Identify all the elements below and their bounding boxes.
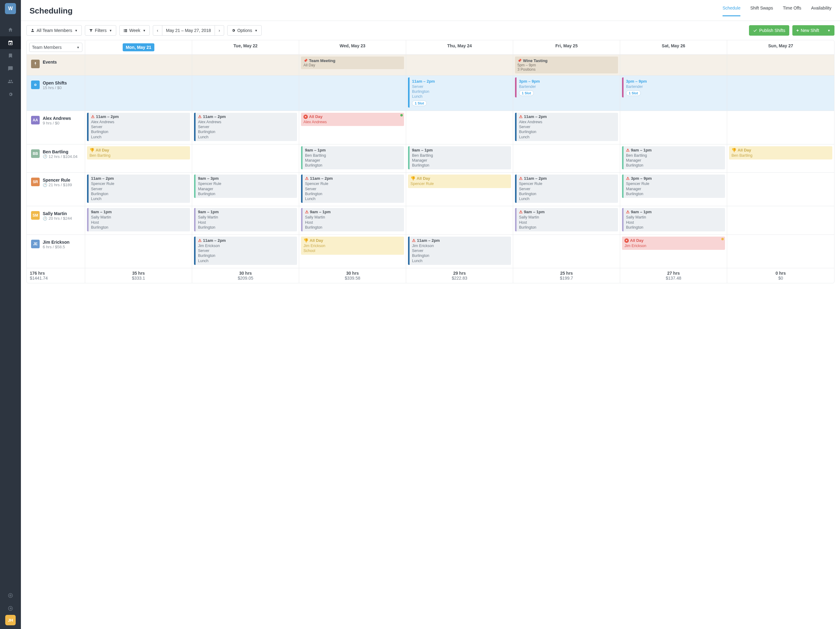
shift-card[interactable]: ⚠ 9am – 1pm Ben BartlingManagerBurlingto…: [622, 146, 725, 170]
user-avatar[interactable]: JH: [5, 615, 16, 625]
shift-card[interactable]: ⚠ 3pm – 9pm Spencer RuleManagerBurlingto…: [622, 175, 725, 198]
shift-cell[interactable]: 👎 All Day Ben Bartling: [85, 144, 192, 173]
shift-cell[interactable]: 👎 All Day Jim EricksonSchool: [299, 235, 406, 268]
shift-card[interactable]: ⚠ 11am – 2pm Alex AndrewsServerBurlingto…: [515, 113, 618, 141]
shift-card[interactable]: 11am – 2pm Spencer RuleServerBurlingtonL…: [87, 175, 190, 203]
open-cell-tue[interactable]: [192, 76, 299, 110]
shift-cell[interactable]: ⚠ 11am – 2pm Alex AndrewsServerBurlingto…: [85, 111, 192, 144]
shift-cell[interactable]: 👎 All Day Spencer Rule: [406, 173, 513, 206]
date-range-button[interactable]: May 21 – May 27, 2018: [162, 25, 215, 36]
options-button[interactable]: Options ▼: [227, 25, 262, 36]
event-card[interactable]: 📌Wine Tasting 5pm – 9pm 3 Positions: [515, 57, 618, 73]
open-cell-sat[interactable]: 3pm – 9pm Bartender 1 Slot: [620, 76, 727, 110]
shift-cell[interactable]: ⚠ 9am – 1pm Ben BartlingManagerBurlingto…: [620, 144, 727, 173]
member-label[interactable]: SR Spencer Rule 🕐 21 hrs / $189: [28, 175, 83, 190]
nav-settings-icon[interactable]: [0, 88, 21, 101]
shift-cell[interactable]: ⚠ 9am – 1pm Sally MartinHostBurlington: [513, 206, 620, 235]
shift-card[interactable]: ⚠ 11am – 2pm Spencer RuleServerBurlingto…: [301, 175, 404, 203]
shift-card[interactable]: 11am – 2pm Server Burlington Lunch 1 Slo…: [408, 77, 511, 107]
new-shift-menu-button[interactable]: ▼: [823, 25, 834, 36]
member-select-dropdown[interactable]: Team Members ▼: [29, 43, 82, 52]
events-cell-fri[interactable]: 📌Wine Tasting 5pm – 9pm 3 Positions: [513, 55, 620, 75]
events-cell-sat[interactable]: [620, 55, 727, 75]
open-cell-thu[interactable]: 11am – 2pm Server Burlington Lunch 1 Slo…: [406, 76, 513, 110]
shift-cell[interactable]: ⚠ 11am – 2pm Alex AndrewsServerBurlingto…: [192, 111, 299, 144]
shift-card[interactable]: ✕ All Day Jim Erickson: [622, 236, 725, 250]
day-header-wed[interactable]: Wed, May 23: [299, 40, 406, 54]
member-label[interactable]: BB Ben Bartling 🕐 12 hrs / $104.04: [28, 146, 83, 162]
shift-cell[interactable]: ⚠ 11am – 2pm Alex AndrewsServerBurlingto…: [513, 111, 620, 144]
shift-cell[interactable]: [727, 173, 834, 206]
nav-bookmark-icon[interactable]: [0, 49, 21, 62]
shift-card[interactable]: 👎 All Day Spencer Rule: [408, 175, 511, 188]
new-shift-button[interactable]: + New Shift: [793, 25, 823, 36]
shift-card[interactable]: 9am – 1pm Sally MartinHostBurlington: [194, 208, 297, 232]
day-header-sun[interactable]: Sun, May 27: [727, 40, 834, 54]
event-card[interactable]: 📌Team Meeting All Day: [301, 57, 404, 69]
publish-shifts-button[interactable]: Publish Shifts: [749, 25, 789, 36]
shift-card[interactable]: 3pm – 9pm Bartender 1 Slot: [622, 77, 725, 98]
shift-cell[interactable]: 9am – 1pm Sally MartinHostBurlington: [85, 206, 192, 235]
shift-cell[interactable]: [727, 206, 834, 235]
shift-card[interactable]: ⚠ 9am – 1pm Sally MartinHostBurlington: [622, 208, 725, 232]
open-cell-fri[interactable]: 3pm – 9pm Bartender 1 Slot: [513, 76, 620, 110]
shift-cell[interactable]: ✕ All Day Jim Erickson: [620, 235, 727, 268]
open-cell-sun[interactable]: [727, 76, 834, 110]
day-header-mon[interactable]: Mon, May 21: [85, 40, 192, 54]
shift-cell[interactable]: [192, 144, 299, 173]
shift-cell[interactable]: [406, 111, 513, 144]
shift-cell[interactable]: ✕ All Day Alex Andrews: [299, 111, 406, 144]
shift-cell[interactable]: [406, 206, 513, 235]
tab-availability[interactable]: Availability: [811, 6, 831, 16]
events-cell-wed[interactable]: 📌Team Meeting All Day: [299, 55, 406, 75]
view-dropdown[interactable]: Week ▼: [119, 25, 150, 36]
shift-cell[interactable]: [620, 111, 727, 144]
day-header-tue[interactable]: Tue, May 22: [192, 40, 299, 54]
shift-card[interactable]: 9am – 1pm Ben BartlingManagerBurlington: [301, 146, 404, 170]
shift-cell[interactable]: 11am – 2pm Spencer RuleServerBurlingtonL…: [85, 173, 192, 206]
shift-card[interactable]: ⚠ 9am – 1pm Sally MartinHostBurlington: [515, 208, 618, 232]
shift-card[interactable]: 👎 All Day Ben Bartling: [87, 146, 190, 159]
filters-button[interactable]: Filters ▼: [85, 25, 116, 36]
events-cell-mon[interactable]: [85, 55, 192, 75]
nav-help-icon[interactable]: [0, 589, 21, 602]
events-cell-sun[interactable]: [727, 55, 834, 75]
tab-time-offs[interactable]: Time Offs: [783, 6, 801, 16]
shift-cell[interactable]: [85, 235, 192, 268]
shift-cell[interactable]: [513, 235, 620, 268]
shift-cell[interactable]: ⚠ 11am – 2pm Spencer RuleServerBurlingto…: [513, 173, 620, 206]
shift-cell[interactable]: 9am – 1pm Ben BartlingManagerBurlington: [406, 144, 513, 173]
app-logo[interactable]: W: [5, 3, 16, 14]
shift-cell[interactable]: 9am – 1pm Ben BartlingManagerBurlington: [299, 144, 406, 173]
day-header-sat[interactable]: Sat, May 26: [620, 40, 727, 54]
shift-card[interactable]: ⚠ 11am – 2pm Spencer RuleServerBurlingto…: [515, 175, 618, 203]
member-label[interactable]: JE Jim Erickson 6 hrs / $58.5: [28, 236, 83, 252]
shift-card[interactable]: 9am – 1pm Sally MartinHostBurlington: [87, 208, 190, 232]
shift-cell[interactable]: ⚠ 9am – 1pm Sally MartinHostBurlington: [620, 206, 727, 235]
shift-cell[interactable]: ⚠ 3pm – 9pm Spencer RuleManagerBurlingto…: [620, 173, 727, 206]
day-header-fri[interactable]: Fri, May 25: [513, 40, 620, 54]
team-filter-dropdown[interactable]: All Team Members ▼: [27, 25, 82, 36]
shift-card[interactable]: ⚠ 11am – 2pm Alex AndrewsServerBurlingto…: [87, 113, 190, 141]
shift-cell[interactable]: 👎 All Day Ben Bartling: [727, 144, 834, 173]
shift-card[interactable]: ⚠ 11am – 2pm Jim EricksonServerBurlingto…: [408, 236, 511, 265]
shift-card[interactable]: ⚠ 11am – 2pm Jim EricksonServerBurlingto…: [194, 236, 297, 265]
shift-card[interactable]: 3pm – 9pm Bartender 1 Slot: [515, 77, 618, 98]
nav-logout-icon[interactable]: [0, 602, 21, 615]
open-cell-wed[interactable]: [299, 76, 406, 110]
nav-chat-icon[interactable]: [0, 62, 21, 75]
open-cell-mon[interactable]: [85, 76, 192, 110]
nav-team-icon[interactable]: [0, 75, 21, 88]
shift-cell[interactable]: ⚠ 9am – 1pm Sally MartinHostBurlington: [299, 206, 406, 235]
shift-card[interactable]: ⚠ 9am – 1pm Sally MartinHostBurlington: [301, 208, 404, 232]
events-cell-thu[interactable]: [406, 55, 513, 75]
shift-cell[interactable]: [727, 111, 834, 144]
shift-cell[interactable]: [513, 144, 620, 173]
shift-card[interactable]: ⚠ 11am – 2pm Alex AndrewsServerBurlingto…: [194, 113, 297, 141]
events-cell-tue[interactable]: [192, 55, 299, 75]
shift-cell[interactable]: ⚠ 11am – 2pm Spencer RuleServerBurlingto…: [299, 173, 406, 206]
member-label[interactable]: SM Sally Martin 🕐 20 hrs / $244: [28, 208, 83, 224]
tab-shift-swaps[interactable]: Shift Swaps: [750, 6, 773, 16]
shift-cell[interactable]: 9am – 1pm Sally MartinHostBurlington: [192, 206, 299, 235]
nav-home-icon[interactable]: [0, 24, 21, 36]
